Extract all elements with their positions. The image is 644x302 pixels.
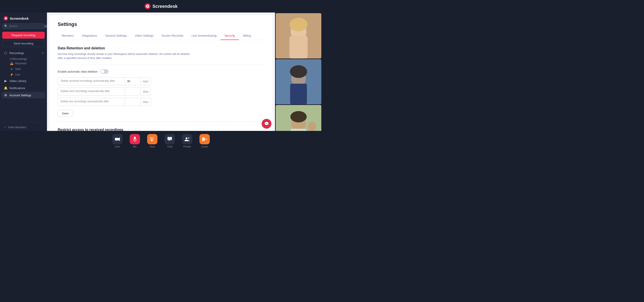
video-library-icon: ▶ (4, 79, 8, 83)
leave-icon (200, 134, 210, 144)
sent-recordings-input[interactable] (125, 88, 140, 96)
chat-fab[interactable]: 💬 (262, 119, 272, 129)
recordings-label: Recordings (10, 51, 24, 55)
settings-panel: Settings Members Integrations General Se… (50, 15, 272, 148)
tab-general[interactable]: General Settings (101, 32, 131, 40)
sidebar-recordings-section: ⬡ Recordings ▾ 0 Recordings 📥 Received ➤… (0, 50, 47, 99)
send-recording-button[interactable]: Send recording (2, 40, 45, 47)
received-recordings-row: Delete received recordings automatically… (58, 77, 264, 85)
notifications-label: Notifications (10, 86, 25, 90)
tab-screen-recorder[interactable]: Screen Recorder (158, 32, 188, 40)
tab-billing[interactable]: Billing (239, 32, 255, 40)
people-button[interactable]: People (179, 133, 195, 149)
divider-1 (58, 64, 264, 65)
mic-button[interactable]: Mic (127, 133, 143, 149)
svg-point-2 (147, 5, 148, 7)
svg-point-28 (186, 137, 188, 139)
settings-tabs: Members Integrations General Settings Vi… (58, 32, 264, 40)
cam-label: Cam (115, 145, 120, 148)
cam-icon (112, 134, 122, 144)
invite-icon: ＋ (4, 125, 6, 129)
sidebar-brand: Screendesk (0, 15, 47, 23)
live-recordings-label: Delete live recordings automatically aft… (58, 98, 125, 106)
received-label: Received (15, 62, 26, 65)
sidebar-item-received[interactable]: 📥 Received (8, 61, 45, 66)
svg-rect-21 (134, 137, 136, 140)
sent-recordings-row: Delete sent recordings automatically aft… (58, 88, 264, 96)
chat-button[interactable]: Chat (162, 133, 178, 149)
sidebar-item-live[interactable]: ⚡ Live (8, 72, 45, 77)
received-icon: 📥 (10, 62, 14, 65)
tab-live-screensharing[interactable]: Live Screensharing (188, 32, 220, 40)
sidebar-item-invite[interactable]: ＋ Invite Members (2, 124, 45, 130)
sidebar-item-sent[interactable]: ➤ Sent (8, 66, 45, 72)
received-recordings-unit: days (140, 77, 151, 85)
recordings-count: 0 Recordings (8, 57, 29, 61)
app-logo: Screendesk (144, 3, 178, 9)
request-recording-button[interactable]: Request recording (2, 32, 45, 39)
logo-icon (144, 3, 151, 9)
live-recordings-input[interactable] (125, 98, 140, 106)
video-tile-2 (276, 59, 321, 104)
mic-label: Mic (133, 145, 137, 148)
section-data-retention-title: Data Retention and deletion (58, 46, 264, 50)
invite-label: Invite Members (8, 126, 26, 129)
people-label: People (183, 145, 191, 148)
video-library-label: Video Library (10, 79, 26, 83)
sidebar-item-account-settings[interactable]: ⚙ Account Settings (2, 92, 45, 98)
bottom-toolbar: Cam Mic Stop Chat (0, 131, 322, 151)
stop-icon (147, 134, 158, 144)
svg-marker-20 (118, 137, 120, 141)
sent-icon: ➤ (10, 67, 14, 71)
svg-point-29 (188, 137, 190, 139)
live-icon: ⚡ (10, 73, 14, 76)
sent-label: Sent (15, 67, 21, 71)
sidebar-item-notifications[interactable]: 🔔 Notifications (2, 85, 45, 91)
video-tile-1 (276, 13, 321, 58)
sidebar: Screendesk 🔍 ⌘K Request recording Send r… (0, 12, 47, 151)
svg-rect-31 (206, 139, 207, 139)
auto-delete-toggle-row: Enable automatic data deletion (58, 69, 264, 74)
brand-icon (4, 16, 8, 20)
top-bar: Screendesk (0, 0, 322, 12)
section-data-retention-desc: Set how long recordings should remain in… (58, 52, 192, 60)
svg-rect-27 (151, 140, 153, 141)
tab-video[interactable]: Video Settings (131, 32, 158, 40)
people-icon (182, 134, 192, 144)
stop-button[interactable]: Stop (144, 133, 160, 149)
received-recordings-input[interactable] (125, 77, 140, 85)
account-settings-label: Account Settings (10, 94, 31, 97)
live-recordings-row: Delete live recordings automatically aft… (58, 98, 264, 106)
cam-button[interactable]: Cam (110, 133, 125, 149)
leave-button[interactable]: Leave (197, 133, 212, 149)
auto-delete-label: Enable automatic data deletion (58, 70, 98, 73)
sidebar-item-video-library[interactable]: ▶ Video Library (2, 77, 45, 84)
sidebar-item-recordings[interactable]: ⬡ Recordings ▾ (2, 50, 45, 56)
live-recordings-unit: days (140, 98, 151, 106)
svg-rect-30 (202, 137, 205, 141)
svg-rect-26 (151, 140, 152, 140)
received-recordings-label: Delete received recordings automatically… (58, 77, 125, 85)
auto-delete-toggle[interactable] (100, 69, 108, 74)
tab-security[interactable]: Security (220, 32, 239, 40)
stop-label: Stop (150, 145, 155, 148)
account-settings-icon: ⚙ (4, 93, 8, 97)
tab-members[interactable]: Members (58, 32, 78, 40)
search-input[interactable] (9, 24, 42, 28)
svg-rect-19 (115, 138, 118, 140)
sent-recordings-unit: days (140, 88, 151, 96)
notifications-icon: 🔔 (4, 86, 8, 90)
leave-label: Leave (201, 145, 208, 148)
page-title: Settings (58, 21, 264, 27)
video-panel (275, 12, 322, 151)
svg-rect-7 (276, 13, 321, 58)
save-button[interactable]: Save (58, 110, 73, 117)
tab-integrations[interactable]: Integrations (78, 32, 101, 40)
search-icon: 🔍 (4, 24, 8, 28)
main-layout: Screendesk 🔍 ⌘K Request recording Send r… (0, 12, 322, 151)
content-area: Settings Members Integrations General Se… (47, 12, 275, 151)
sent-recordings-label: Delete sent recordings automatically aft… (58, 88, 125, 96)
search-box[interactable]: 🔍 ⌘K (2, 23, 45, 29)
chat-icon (164, 134, 175, 144)
svg-rect-25 (150, 138, 153, 140)
